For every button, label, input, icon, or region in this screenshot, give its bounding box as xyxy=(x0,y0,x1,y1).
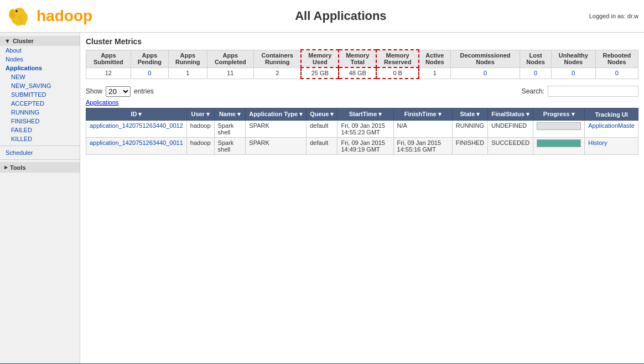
content-area: Cluster Metrics AppsSubmitted AppsPendin… xyxy=(80,33,644,363)
app-state-1: RUNNING xyxy=(452,121,487,138)
sidebar-nodes[interactable]: Nodes xyxy=(0,55,80,64)
app-finish-2: Fri, 09 Jan 2015 14:55:16 GMT xyxy=(393,138,452,155)
val-rebooted-nodes: 0 xyxy=(595,67,638,79)
sidebar: ▼ Cluster About Nodes Applications NEW N… xyxy=(0,33,80,363)
cluster-section-header[interactable]: ▼ Cluster xyxy=(0,36,80,46)
main-layout: ▼ Cluster About Nodes Applications NEW N… xyxy=(0,33,644,363)
show-label: Show xyxy=(86,87,102,95)
val-apps-pending: 0 xyxy=(131,67,168,79)
val-unhealthy-nodes: 0 xyxy=(551,67,595,79)
entries-select[interactable]: 20 50 100 xyxy=(106,86,131,97)
col-apps-completed: AppsCompleted xyxy=(207,50,253,67)
sidebar-running[interactable]: RUNNING xyxy=(0,108,80,117)
logo-area: hadoop xyxy=(6,2,92,30)
val-apps-submitted: 12 xyxy=(86,67,131,79)
metrics-table: AppsSubmitted AppsPending AppsRunning Ap… xyxy=(86,49,638,79)
col-apps-submitted: AppsSubmitted xyxy=(86,50,131,67)
col-tracking: Tracking UI xyxy=(585,108,638,121)
app-start-1: Fri, 09 Jan 2015 14:55:23 GMT xyxy=(337,121,393,138)
app-queue-1: default xyxy=(307,121,337,138)
val-apps-completed: 11 xyxy=(207,67,253,79)
app-type-1: SPARK xyxy=(246,121,307,138)
col-memory-reserved: MemoryReserved xyxy=(376,50,419,67)
logo-text: hadoop xyxy=(37,7,92,25)
col-apps-pending: AppsPending xyxy=(131,50,168,67)
app-progress-1 xyxy=(533,121,585,138)
sidebar-new-saving[interactable]: NEW_SAVING xyxy=(0,81,80,90)
app-queue-2: default xyxy=(307,138,337,155)
col-state: State ▾ xyxy=(452,108,487,121)
col-finalstatus: FinalStatus ▾ xyxy=(488,108,533,121)
table-row: application_1420751263440_0011 hadoop Sp… xyxy=(86,138,638,155)
top-header: hadoop All Applications Logged in as: dr… xyxy=(0,0,644,33)
app-finalstatus-2: SUCCEEDED xyxy=(488,138,533,155)
app-user-2: hadoop xyxy=(186,138,214,155)
col-unhealthy-nodes: UnhealthyNodes xyxy=(551,50,595,67)
hadoop-logo-icon xyxy=(6,2,33,30)
cluster-arrow-icon: ▼ xyxy=(4,38,11,44)
cluster-metrics-section: Cluster Metrics AppsSubmitted AppsPendin… xyxy=(80,33,644,84)
app-id-1: application_1420751263440_0012 xyxy=(86,121,187,138)
sidebar-new[interactable]: NEW xyxy=(0,72,80,81)
col-queue: Queue ▾ xyxy=(307,108,337,121)
col-apptype: Application Type ▾ xyxy=(246,108,307,121)
sidebar-about[interactable]: About xyxy=(0,46,80,55)
svg-point-5 xyxy=(23,19,26,25)
app-state-2: FINISHED xyxy=(452,138,487,155)
tools-arrow-icon: ▸ xyxy=(4,164,8,171)
tools-label: Tools xyxy=(10,164,26,171)
col-containers-running: ContainersRunning xyxy=(254,50,302,67)
app-type-2: SPARK xyxy=(246,138,307,155)
val-memory-used: 25 GB xyxy=(301,67,339,79)
apps-controls: Show 20 50 100 entries Search: xyxy=(86,86,638,97)
sidebar-finished[interactable]: FINISHED xyxy=(0,117,80,126)
sidebar-scheduler[interactable]: Scheduler xyxy=(0,148,80,157)
app-name-1: Spark shell xyxy=(214,121,246,138)
val-memory-total: 48 GB xyxy=(339,67,376,79)
svg-point-6 xyxy=(16,20,19,26)
val-memory-reserved: 0 B xyxy=(376,67,419,79)
col-apps-running: AppsRunning xyxy=(168,50,207,67)
breadcrumb-applications[interactable]: Applications xyxy=(86,99,118,106)
app-user-1: hadoop xyxy=(186,121,214,138)
sidebar-applications[interactable]: Applications xyxy=(0,64,80,72)
app-finish-1: N/A xyxy=(393,121,452,138)
app-name-2: Spark shell xyxy=(214,138,246,155)
val-apps-running: 1 xyxy=(168,67,207,79)
col-active-nodes: ActiveNodes xyxy=(419,50,450,67)
sidebar-submitted[interactable]: SUBMITTED xyxy=(0,90,80,99)
col-progress: Progress ▾ xyxy=(533,108,585,121)
sidebar-accepted[interactable]: ACCEPTED xyxy=(0,99,80,108)
col-starttime: StartTime ▾ xyxy=(337,108,393,121)
apps-section: Show 20 50 100 entries Search: Applicati… xyxy=(80,84,644,157)
sidebar-failed[interactable]: FAILED xyxy=(0,126,80,134)
val-active-nodes: 1 xyxy=(419,67,450,79)
col-memory-used: MemoryUsed xyxy=(301,50,339,67)
app-tracking-1: ApplicationMaste xyxy=(585,121,638,138)
tools-section-header[interactable]: ▸ Tools xyxy=(0,162,80,173)
col-rebooted-nodes: RebootedNodes xyxy=(595,50,638,67)
col-id: ID ▾ xyxy=(86,108,187,121)
col-finishtime: FinishTime ▾ xyxy=(393,108,452,121)
app-start-2: Fri, 09 Jan 2015 14:49:19 GMT xyxy=(337,138,393,155)
app-progress-2 xyxy=(533,138,585,155)
col-memory-total: MemoryTotal xyxy=(339,50,376,67)
col-lost-nodes: LostNodes xyxy=(520,50,551,67)
cluster-label: Cluster xyxy=(13,38,34,44)
val-decommissioned-nodes: 0 xyxy=(450,67,520,79)
entries-label: entries xyxy=(134,87,154,95)
app-id-2: application_1420751263440_0011 xyxy=(86,138,187,155)
cluster-metrics-title: Cluster Metrics xyxy=(86,37,638,46)
svg-point-4 xyxy=(15,10,18,12)
applications-table: ID ▾ User ▾ Name ▾ Application Type ▾ Qu… xyxy=(86,108,638,155)
app-tracking-2: History xyxy=(585,138,638,155)
col-decommissioned-nodes: DecommissionedNodes xyxy=(450,50,520,67)
col-name: Name ▾ xyxy=(214,108,246,121)
svg-point-3 xyxy=(14,8,25,17)
app-finalstatus-1: UNDEFINED xyxy=(488,121,533,138)
val-containers-running: 2 xyxy=(254,67,302,79)
page-title: All Applications xyxy=(295,9,386,23)
sidebar-killed[interactable]: KILLED xyxy=(0,134,80,143)
search-input[interactable] xyxy=(548,86,638,97)
col-user: User ▾ xyxy=(186,108,214,121)
